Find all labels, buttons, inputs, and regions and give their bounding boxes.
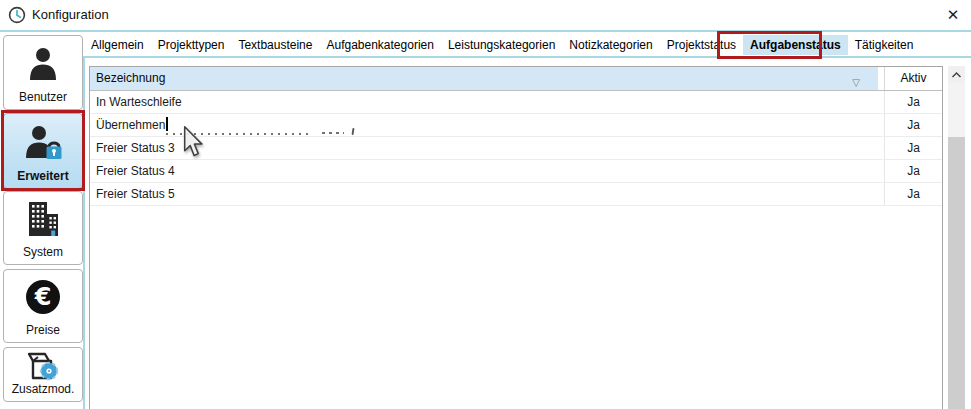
edit-text: Übernehmen	[96, 118, 165, 132]
cell-aktiv[interactable]: Ja	[884, 183, 942, 205]
tab-notizkategorien[interactable]: Notizkategorien	[562, 35, 659, 55]
table-row[interactable]: Freier Status 3 Ja	[90, 137, 942, 160]
window-title: Konfiguration	[32, 7, 109, 22]
sidebar-item-label: Preise	[26, 323, 60, 337]
user-lock-icon	[4, 114, 82, 169]
tab-leistungskategorien[interactable]: Leistungskategorien	[441, 35, 562, 55]
configuration-dialog: Konfiguration ✕ Benutzer	[0, 0, 971, 409]
cell-aktiv[interactable]: Ja	[884, 114, 942, 136]
title-bar: Konfiguration ✕	[0, 0, 971, 30]
euro-icon: €	[4, 270, 82, 323]
sidebar-item-erweitert[interactable]: Erweitert	[3, 113, 83, 189]
user-icon	[4, 36, 82, 90]
sidebar-item-benutzer[interactable]: Benutzer	[3, 35, 83, 110]
tab-textbausteine[interactable]: Textbausteine	[231, 35, 319, 55]
close-button[interactable]: ✕	[943, 5, 963, 25]
chevron-up-icon	[952, 72, 961, 78]
tab-bar: Allgemein Projekttypen Textbausteine Auf…	[84, 33, 971, 56]
sidebar-item-label: Erweitert	[17, 169, 68, 183]
sidebar-item-system[interactable]: System	[3, 191, 83, 265]
table-header-row: Bezeichnung ▽ Aktiv	[90, 67, 942, 91]
cell-bezeichnung[interactable]: Freier Status 5	[90, 183, 884, 205]
status-table: Bezeichnung ▽ Aktiv In Warteschleife Ja …	[89, 66, 943, 409]
text-caret	[166, 117, 168, 131]
cell-aktiv[interactable]: Ja	[884, 160, 942, 182]
tab-aufgabenstatus[interactable]: Aufgabenstatus	[743, 35, 848, 55]
sort-descending-icon[interactable]: ▽	[852, 71, 860, 94]
tab-projektstatus[interactable]: Projektstatus	[660, 35, 743, 55]
sidebar-item-label: Zusatzmod.	[12, 382, 75, 396]
box-disc-icon	[4, 348, 82, 382]
cell-bezeichnung-editing[interactable]: Übernehmen	[90, 114, 884, 136]
sidebar: Benutzer Erweitert	[0, 32, 85, 409]
tab-aufgabenkategorien[interactable]: Aufgabenkategorien	[319, 35, 440, 55]
sidebar-item-label: Benutzer	[19, 90, 67, 104]
cell-bezeichnung[interactable]: Freier Status 4	[90, 160, 884, 182]
table-row-editing[interactable]: Übernehmen Ja	[90, 114, 942, 137]
titlebar-separator	[0, 30, 971, 32]
sidebar-item-label: System	[23, 245, 63, 259]
sidebar-item-preise[interactable]: € Preise	[3, 269, 83, 343]
scrollbar-thumb[interactable]	[948, 137, 965, 409]
table-row[interactable]: Freier Status 4 Ja	[90, 160, 942, 183]
sidebar-item-zusatzmodule[interactable]: Zusatzmod.	[3, 347, 83, 402]
cell-aktiv[interactable]: Ja	[884, 91, 942, 113]
column-header-bezeichnung[interactable]: Bezeichnung ▽	[90, 67, 878, 90]
column-header-aktiv[interactable]: Aktiv	[884, 67, 942, 90]
cell-bezeichnung[interactable]: Freier Status 3	[90, 137, 884, 159]
tab-taetigkeiten[interactable]: Tätigkeiten	[848, 35, 921, 55]
svg-text:€: €	[34, 283, 52, 311]
buildings-icon	[4, 192, 82, 245]
table-row[interactable]: In Warteschleife Ja	[90, 91, 942, 114]
tab-page-left-border	[83, 56, 85, 409]
cell-bezeichnung[interactable]: In Warteschleife	[90, 91, 884, 113]
table-row[interactable]: Freier Status 5 Ja	[90, 183, 942, 206]
tab-page-top-border	[83, 56, 971, 58]
tab-allgemein[interactable]: Allgemein	[84, 35, 151, 55]
column-header-label: Bezeichnung	[96, 71, 165, 85]
vertical-scrollbar[interactable]	[948, 66, 965, 409]
scroll-up-button[interactable]	[948, 66, 965, 83]
tab-projekttypen[interactable]: Projekttypen	[151, 35, 232, 55]
cell-aktiv[interactable]: Ja	[884, 137, 942, 159]
clock-app-icon	[8, 6, 26, 24]
